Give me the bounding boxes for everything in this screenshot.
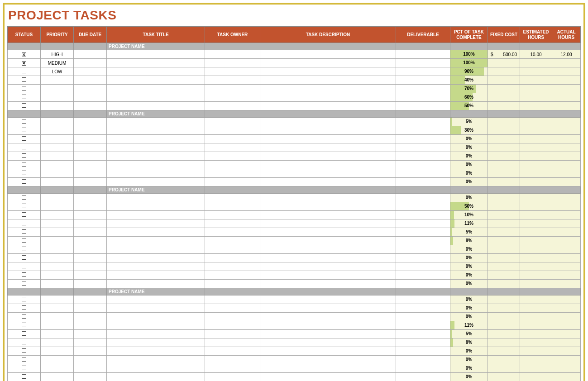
status-checkbox[interactable] <box>22 331 26 336</box>
actual-hours-cell[interactable] <box>552 330 581 338</box>
actual-hours-cell[interactable] <box>552 237 581 245</box>
task-title-cell[interactable] <box>107 59 205 67</box>
deliverable-cell[interactable] <box>396 202 450 211</box>
estimated-hours-cell[interactable] <box>520 295 552 304</box>
deliverable-cell[interactable] <box>396 152 450 161</box>
estimated-hours-cell[interactable] <box>520 356 552 364</box>
status-cell[interactable] <box>8 304 41 313</box>
actual-hours-cell[interactable] <box>552 356 581 364</box>
task-title-cell[interactable] <box>107 67 205 76</box>
task-owner-cell[interactable] <box>205 356 260 364</box>
task-owner-cell[interactable] <box>205 313 260 321</box>
status-checkbox[interactable] <box>22 255 26 260</box>
task-description-cell[interactable] <box>260 245 396 254</box>
priority-cell[interactable] <box>41 321 74 330</box>
task-owner-cell[interactable] <box>205 178 260 186</box>
status-checkbox[interactable] <box>22 348 26 353</box>
task-title-cell[interactable] <box>107 280 205 288</box>
priority-cell[interactable] <box>41 271 74 280</box>
task-description-cell[interactable] <box>260 67 396 76</box>
status-checkbox[interactable] <box>22 69 26 73</box>
task-owner-cell[interactable] <box>205 59 260 67</box>
task-title-cell[interactable] <box>107 118 205 126</box>
estimated-hours-cell[interactable] <box>520 321 552 330</box>
pct-complete-cell[interactable]: 0% <box>450 356 488 364</box>
estimated-hours-cell[interactable] <box>520 254 552 262</box>
status-checkbox[interactable] <box>22 272 26 277</box>
due-date-cell[interactable] <box>74 237 107 245</box>
pct-complete-cell[interactable]: 0% <box>450 271 488 280</box>
deliverable-cell[interactable] <box>396 364 450 373</box>
status-cell[interactable] <box>8 161 41 169</box>
estimated-hours-cell[interactable] <box>520 347 552 356</box>
task-title-cell[interactable] <box>107 295 205 304</box>
deliverable-cell[interactable] <box>396 211 450 219</box>
fixed-cost-cell[interactable] <box>488 135 520 143</box>
task-owner-cell[interactable] <box>205 330 260 338</box>
task-title-cell[interactable] <box>107 211 205 219</box>
task-owner-cell[interactable] <box>205 237 260 245</box>
task-description-cell[interactable] <box>260 338 396 347</box>
task-description-cell[interactable] <box>260 118 396 126</box>
task-title-cell[interactable] <box>107 356 205 364</box>
actual-hours-cell[interactable] <box>552 118 581 126</box>
estimated-hours-cell[interactable] <box>520 330 552 338</box>
status-checkbox[interactable] <box>22 247 26 251</box>
deliverable-cell[interactable] <box>396 304 450 313</box>
col-header-deliverable[interactable]: DELIVERABLE <box>396 27 450 43</box>
status-checkbox[interactable]: ✕ <box>22 52 26 57</box>
pct-complete-cell[interactable]: 8% <box>450 338 488 347</box>
status-checkbox[interactable] <box>22 238 26 243</box>
deliverable-cell[interactable] <box>396 373 450 381</box>
status-checkbox[interactable] <box>22 323 26 327</box>
status-cell[interactable] <box>8 67 41 76</box>
pct-complete-cell[interactable]: 5% <box>450 228 488 237</box>
task-owner-cell[interactable] <box>205 194 260 202</box>
fixed-cost-cell[interactable] <box>488 347 520 356</box>
actual-hours-cell[interactable] <box>552 135 581 143</box>
priority-cell[interactable] <box>41 102 74 110</box>
task-title-cell[interactable] <box>107 194 205 202</box>
fixed-cost-cell[interactable] <box>488 228 520 237</box>
due-date-cell[interactable] <box>74 347 107 356</box>
priority-cell[interactable] <box>41 93 74 102</box>
project-group-row[interactable]: PROJECT NAME <box>8 110 581 118</box>
status-checkbox[interactable] <box>22 171 26 175</box>
task-description-cell[interactable] <box>260 50 396 59</box>
fixed-cost-cell[interactable] <box>488 143 520 152</box>
actual-hours-cell[interactable] <box>552 219 581 228</box>
estimated-hours-cell[interactable] <box>520 237 552 245</box>
fixed-cost-cell[interactable] <box>488 211 520 219</box>
pct-complete-cell[interactable]: 50% <box>450 202 488 211</box>
deliverable-cell[interactable] <box>396 93 450 102</box>
deliverable-cell[interactable] <box>396 219 450 228</box>
priority-cell[interactable] <box>41 295 74 304</box>
fixed-cost-cell[interactable] <box>488 245 520 254</box>
priority-cell[interactable] <box>41 143 74 152</box>
fixed-cost-cell[interactable] <box>488 373 520 381</box>
status-checkbox[interactable] <box>22 145 26 149</box>
actual-hours-cell[interactable] <box>552 169 581 178</box>
task-owner-cell[interactable] <box>205 143 260 152</box>
status-checkbox[interactable] <box>22 305 26 310</box>
pct-complete-cell[interactable]: 100% <box>450 59 488 67</box>
fixed-cost-cell[interactable] <box>488 262 520 271</box>
task-owner-cell[interactable] <box>205 254 260 262</box>
status-cell[interactable] <box>8 330 41 338</box>
priority-cell[interactable] <box>41 280 74 288</box>
fixed-cost-cell[interactable] <box>488 304 520 313</box>
actual-hours-cell[interactable] <box>552 262 581 271</box>
pct-complete-cell[interactable]: 50% <box>450 102 488 110</box>
task-description-cell[interactable] <box>260 304 396 313</box>
task-owner-cell[interactable] <box>205 85 260 93</box>
task-title-cell[interactable] <box>107 373 205 381</box>
deliverable-cell[interactable] <box>396 280 450 288</box>
pct-complete-cell[interactable]: 0% <box>450 178 488 186</box>
due-date-cell[interactable] <box>74 228 107 237</box>
col-header-task-description[interactable]: TASK DESCRIPTION <box>260 27 396 43</box>
estimated-hours-cell[interactable] <box>520 373 552 381</box>
due-date-cell[interactable] <box>74 76 107 85</box>
status-cell[interactable] <box>8 219 41 228</box>
estimated-hours-cell[interactable] <box>520 219 552 228</box>
actual-hours-cell[interactable] <box>552 194 581 202</box>
